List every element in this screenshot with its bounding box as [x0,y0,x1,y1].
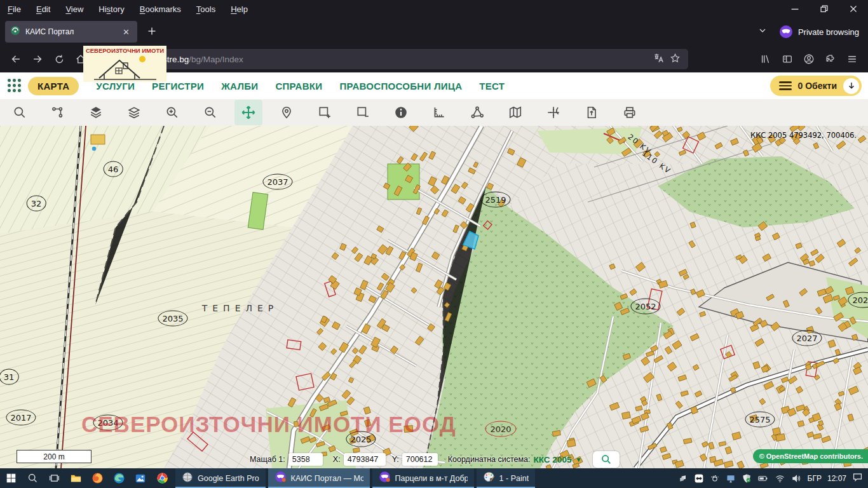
app-menu-icon[interactable] [841,49,863,69]
objects-button[interactable]: 0 Обекти [770,76,862,96]
teamviewer-icon[interactable] [694,473,704,484]
rect-add-icon[interactable] [311,100,339,125]
y-input[interactable] [402,453,438,466]
osm-attribution[interactable]: © OpenStreetMap contributors. [753,449,868,463]
objects-menu-icon [779,81,792,90]
sidebars-icon[interactable] [776,49,798,69]
cascade-windows-icon[interactable] [678,473,688,484]
nav-item-1[interactable]: УСЛУГИ [96,81,135,92]
volume-icon[interactable] [791,473,802,484]
map-canvas[interactable]: 3246203725192035203420173120252020205220… [0,126,868,468]
layers-icon[interactable] [120,100,148,125]
apps-grid-icon[interactable] [8,79,22,93]
start-icon[interactable] [0,468,22,488]
marker-icon[interactable] [273,100,301,125]
restore-button[interactable] [810,0,839,18]
map-sheet-icon[interactable] [501,100,529,125]
watermark: СЕВЕРОИЗТОЧНИ ИМОТИ ЕООД [81,412,456,437]
forward-icon[interactable] [27,49,48,69]
paint-icon [483,471,495,485]
battery-icon[interactable] [757,473,769,484]
explorer-icon[interactable] [65,468,86,488]
task-view-icon[interactable] [43,468,65,488]
new-tab-button[interactable] [145,24,159,41]
menu-view[interactable]: View [65,4,83,14]
snip-icon[interactable] [710,473,720,484]
nav-item-3[interactable]: ЖАЛБИ [221,81,258,92]
back-icon[interactable] [5,49,27,69]
tab-list-chevron-icon[interactable] [757,25,768,38]
taskbar-app-3[interactable]: 1 - Paint [477,468,536,488]
nav-item-6[interactable]: ТЕСТ [479,81,505,92]
screen: FileEditViewHistoryBookmarksToolsHelp КА… [0,0,868,488]
menu-help[interactable]: Help [231,4,248,14]
menu-history[interactable]: History [98,4,124,14]
tab-title: КАИС Портал [25,27,115,36]
info-icon[interactable] [387,100,415,125]
wifi-icon[interactable] [775,473,785,484]
zoom-out-icon[interactable] [196,100,224,125]
scale-label: Мащаб 1: [250,455,285,464]
browser-menubar: FileEditViewHistoryBookmarksToolsHelp [0,0,868,18]
search-icon[interactable] [6,100,34,125]
nav-item-4[interactable]: СПРАВКИ [275,81,322,92]
y-label: Y: [392,455,399,464]
minimize-button[interactable] [780,0,810,18]
layers-filled-icon[interactable] [82,100,110,125]
close-button[interactable] [839,0,868,18]
objects-download-icon[interactable] [843,78,859,94]
account-icon[interactable] [798,49,820,69]
scale-input[interactable] [288,453,323,466]
reload-icon[interactable] [48,49,70,69]
tab-favicon [10,25,20,38]
print-icon[interactable] [616,100,644,125]
parcel-label-2017: 2017 [6,410,36,426]
select-features-icon[interactable] [44,100,72,125]
language-indicator[interactable]: БГР [808,474,822,483]
taskbar-app-0[interactable]: Google Earth Pro [175,468,266,488]
pan-icon[interactable] [234,100,262,125]
translate-icon[interactable] [653,52,665,67]
edge-icon[interactable] [108,468,130,488]
defender-icon[interactable] [742,473,752,484]
bookmark-star-icon[interactable] [670,53,681,66]
zoom-in-icon[interactable] [158,100,186,125]
address-field[interactable]: kais.cadastre.bg/bg/Map/Index [94,49,688,69]
library-icon[interactable] [755,49,776,69]
url-text[interactable]: kais.cadastre.bg/bg/Map/Index [126,55,649,64]
taskbar-app-2[interactable]: Парцели в м-т Добр... [372,468,474,488]
tab-close-icon[interactable]: ✕ [120,26,132,38]
rect-remove-icon[interactable] [349,100,377,125]
measure-icon[interactable] [425,100,453,125]
menu-file[interactable]: File [8,4,21,14]
menu-bookmarks[interactable]: Bookmarks [140,4,181,14]
x-input[interactable] [344,453,386,466]
photos-icon[interactable] [130,468,151,488]
taskbar-app-label: 1 - Paint [499,474,529,483]
coordinate-grid-icon[interactable] [539,100,567,125]
menu-edit[interactable]: Edit [36,4,50,14]
nav-item-0[interactable]: КАРТА [28,77,79,95]
extensions-icon[interactable] [820,49,841,69]
map-status-bar: Мащаб 1: X: Y: Координатна система: ККС … [250,451,620,468]
measure-area-icon[interactable] [463,100,491,125]
nav-item-2[interactable]: РЕГИСТРИ [152,81,204,92]
menu-tools[interactable]: Tools [196,4,215,14]
site-logo-text: СЕВЕРОИЗТОЧНИ ИМОТИ [86,47,164,54]
taskbar-app-1[interactable]: КАИС Портал — Mo... [268,468,370,488]
clock[interactable]: 12:07 [827,474,846,483]
nav-item-5[interactable]: ПРАВОСПОСОБНИ ЛИЦА [339,81,462,92]
chrome-icon[interactable] [151,468,173,488]
map-search-button[interactable] [593,451,620,468]
private-mask-icon [779,25,793,39]
taskbar-app-label: КАИС Портал — Mo... [291,474,363,483]
remote-monitor-icon[interactable] [726,473,736,484]
crs-value[interactable]: ККС 2005 [534,455,572,464]
firefox-icon[interactable] [86,468,108,488]
tab-kais-portal[interactable]: КАИС Портал ✕ [5,21,137,43]
taskbar-app-label: Google Earth Pro [198,474,259,483]
export-icon[interactable] [578,100,606,125]
crs-dropdown-icon[interactable]: ▼ [575,456,581,463]
notification-center-icon[interactable] [852,471,863,485]
taskbar-search-icon[interactable] [22,468,43,488]
